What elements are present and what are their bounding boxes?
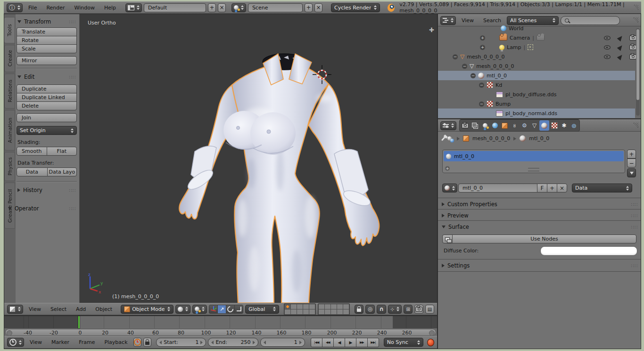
panel-header-custom-properties[interactable]: Custom Properties∷∷ [441,199,639,210]
tab-material[interactable] [539,120,549,131]
tab-particles[interactable]: ✱ [559,120,569,131]
panel-grip-icon[interactable]: ∷∷ [69,188,76,193]
viewport-shading-select[interactable] [175,305,190,314]
data-transfer-data-button[interactable]: Data [17,167,48,176]
tree-row-camera[interactable]: +Camera | [438,33,635,42]
menu-select[interactable]: Select [47,306,70,312]
tree-row-world[interactable]: World [438,24,635,33]
opengl-render-anim-button[interactable]: ▤ [425,305,434,314]
use-nodes-button[interactable]: Use Nodes [452,234,636,243]
screen-layout-name[interactable]: Default [144,3,206,12]
play-button[interactable]: ▶ [345,338,356,347]
nodetree-icon-button[interactable] [442,234,453,243]
new-material-button[interactable]: + [547,184,557,192]
tab-object[interactable] [500,120,510,131]
menu-object[interactable]: Object [91,306,116,312]
diffuse-color-swatch[interactable] [540,246,637,256]
tree-row-mesh-data[interactable]: −▽mesh_0_0_0_0 [438,61,635,71]
decrement-icon[interactable] [159,341,162,344]
snap-peel-button[interactable]: ⊞ [404,305,412,314]
auto-keyframe-record-button[interactable] [427,339,434,346]
manipulator-scale-button[interactable] [234,305,243,314]
collapse-minus-icon[interactable]: − [453,54,458,59]
collapse-minus-icon[interactable]: − [471,73,476,78]
preview-range-toggle[interactable] [133,338,141,347]
panel-grip-icon[interactable]: ∷∷ [631,213,638,218]
tab-animation[interactable]: Animation [4,110,15,150]
panel-grip-icon[interactable]: ∷∷ [631,202,638,207]
tab-constraints[interactable]: ∞ [510,120,520,131]
tree-row-lamp[interactable]: +Lamp | [438,42,635,52]
increment-icon[interactable] [200,341,203,344]
jump-next-keyframe-button[interactable]: ▶▶ [356,338,368,347]
panel-grip-icon[interactable]: ∷∷ [69,19,76,25]
corner-resize-grip[interactable] [633,5,638,10]
breadcrumb-material[interactable]: mtl_0_0 [529,135,549,142]
tree-row-image-normal[interactable]: pl_body_normal.dds [438,109,635,118]
close-layout-button[interactable]: × [218,3,226,12]
tree-row-material[interactable]: −mtl_0_0 [438,71,635,80]
snap-element-select[interactable]: ⊹ [388,305,402,314]
shade-smooth-button[interactable]: Smooth [17,147,47,156]
panel-grip-icon[interactable]: ∷∷ [69,206,76,211]
play-reverse-button[interactable]: ◀ [333,338,345,347]
increment-icon[interactable] [253,341,255,344]
renderability-camera-icon[interactable] [629,35,636,41]
breadcrumb-object[interactable]: mesh_0_0_0_0 [472,135,510,142]
material-link-select[interactable]: Data [572,184,632,192]
menu-add[interactable]: Add [72,306,90,312]
sync-mode-select[interactable]: No Sync [384,338,423,347]
panel-grip-icon[interactable]: ∷∷ [631,225,638,230]
manipulator-translate-button[interactable]: ↗ [217,305,226,314]
timeline-canvas[interactable] [4,316,437,328]
slot-filter-plus-icon[interactable]: + [445,166,450,171]
menu-window[interactable]: Window [71,5,99,11]
mode-select[interactable]: Object Mode [121,305,173,314]
collapse-minus-icon[interactable]: − [462,64,467,69]
screen-layout-browse[interactable] [125,3,142,12]
tree-row-image-diffuse[interactable]: pl_body_diffuse.dds [438,90,635,99]
menu-marker[interactable]: Marker [48,339,73,345]
tab-modifiers[interactable]: ⚙ [520,120,529,131]
menu-view[interactable]: View [25,306,45,312]
selectability-cursor-icon[interactable] [617,44,624,51]
cursor-3d[interactable] [312,64,332,85]
corner-resize-grip[interactable] [633,123,638,128]
tree-row-texture-bump[interactable]: −Bump [438,99,635,109]
rotate-button[interactable]: Rotate [17,36,77,45]
panel-header-settings[interactable]: Settings∷∷ [441,260,639,271]
scrollbar-right-handle[interactable] [429,330,435,336]
join-button[interactable]: Join [17,113,77,122]
menu-view-outliner[interactable]: View [458,17,478,24]
close-scene-button[interactable]: × [314,3,322,12]
expand-plus-icon[interactable]: + [480,35,485,41]
menu-view-timeline[interactable]: View [26,339,46,345]
unlink-material-button[interactable]: × [557,184,567,192]
tab-render[interactable] [460,120,470,131]
tab-physics[interactable]: ⊚ [569,120,579,131]
tree-row-mesh-object[interactable]: −▽mesh_0_0_0_0 [438,52,635,61]
increment-icon[interactable] [299,341,302,344]
tab-create[interactable]: Create [4,45,15,72]
jump-prev-keyframe-button[interactable]: ◀◀ [322,338,334,347]
visibility-eye-icon[interactable] [604,35,611,41]
menu-render[interactable]: Render [42,5,68,11]
editor-type-select-info[interactable]: ⓘ [7,3,23,12]
add-scene-button[interactable]: + [305,3,313,12]
set-origin-select[interactable]: Set Origin [17,126,77,135]
data-transfer-layout-button[interactable]: Data Layo [47,167,77,176]
material-name-input[interactable]: mtl_0_0 [458,184,537,192]
panel-grip-icon[interactable]: ∷∷ [631,263,638,268]
tab-relations[interactable]: Relations [4,74,15,109]
decrement-icon[interactable] [264,341,266,344]
jump-to-start-button[interactable]: |◀◀ [311,338,322,347]
tab-texture[interactable] [549,120,559,131]
collapse-minus-icon[interactable]: − [479,101,484,107]
timeline-scrollbar[interactable]: -40 -20 0 20 40 60 80 100 120 140 160 18… [5,329,436,336]
menu-help[interactable]: Help [100,5,120,11]
opengl-render-image-button[interactable] [414,305,423,314]
visibility-eye-icon[interactable] [604,44,611,50]
frame-start-stepper[interactable]: Start:1 [156,338,206,347]
snap-toggle-button[interactable]: ∩ [377,305,386,314]
scene-name[interactable]: Scene [248,3,303,12]
